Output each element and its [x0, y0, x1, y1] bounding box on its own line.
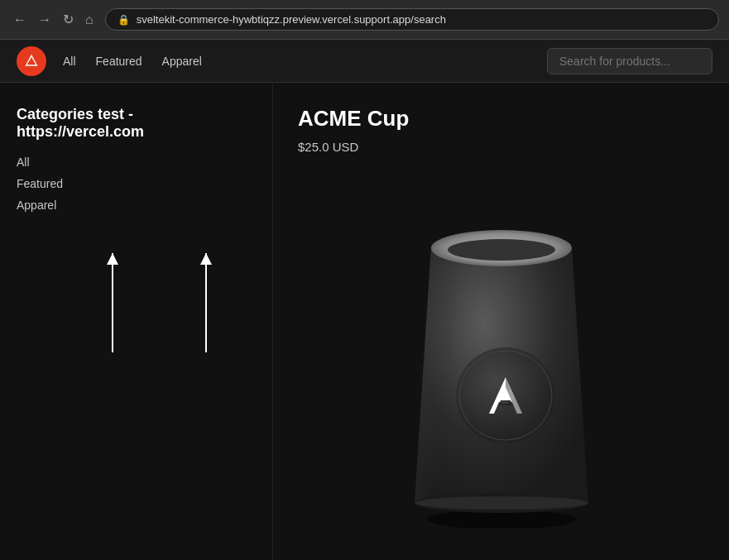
lock-icon: 🔒 [118, 14, 130, 26]
logo-icon [23, 53, 40, 69]
browser-chrome: ← → ↻ ⌂ 🔒 sveltekit-commerce-hywbtiqzz.p… [0, 0, 729, 40]
svg-point-10 [415, 496, 588, 510]
main-content: Categories test - https://vercel.com All… [0, 83, 729, 560]
sidebar: Categories test - https://vercel.com All… [0, 83, 273, 560]
product-title: ACME Cup [298, 106, 704, 132]
svg-marker-7 [499, 400, 512, 405]
product-image [369, 197, 634, 511]
sidebar-title: Categories test - https://vercel.com [17, 106, 256, 141]
logo[interactable] [17, 46, 46, 76]
product-area: ACME Cup $25.0 USD [273, 83, 729, 560]
product-price: $25.0 USD [298, 140, 704, 154]
sidebar-link-featured[interactable]: Featured [17, 177, 256, 190]
arrows-decoration [17, 220, 256, 352]
address-bar[interactable]: 🔒 sveltekit-commerce-hywbtiqzz.preview.v… [105, 8, 719, 31]
app-header: All Featured Apparel [0, 40, 729, 83]
search-input[interactable] [547, 48, 712, 74]
nav-featured[interactable]: Featured [96, 55, 142, 68]
nav-all[interactable]: All [63, 55, 76, 68]
home-button[interactable]: ⌂ [82, 11, 97, 29]
main-nav: All Featured Apparel [63, 55, 547, 68]
back-button[interactable]: ← [10, 11, 30, 29]
svg-point-3 [448, 239, 555, 261]
arrow-left [112, 253, 113, 352]
url-text: sveltekit-commerce-hywbtiqzz.preview.ver… [137, 13, 446, 26]
arrow-right [205, 253, 207, 352]
nav-buttons: ← → ↻ ⌂ [10, 10, 97, 29]
nav-apparel[interactable]: Apparel [162, 55, 202, 68]
product-image-wrapper [298, 170, 704, 537]
forward-button[interactable]: → [35, 11, 55, 29]
sidebar-link-all[interactable]: All [17, 156, 256, 169]
reload-button[interactable]: ↻ [60, 10, 77, 29]
sidebar-link-apparel[interactable]: Apparel [17, 199, 256, 212]
sidebar-links: All Featured Apparel [17, 156, 256, 212]
